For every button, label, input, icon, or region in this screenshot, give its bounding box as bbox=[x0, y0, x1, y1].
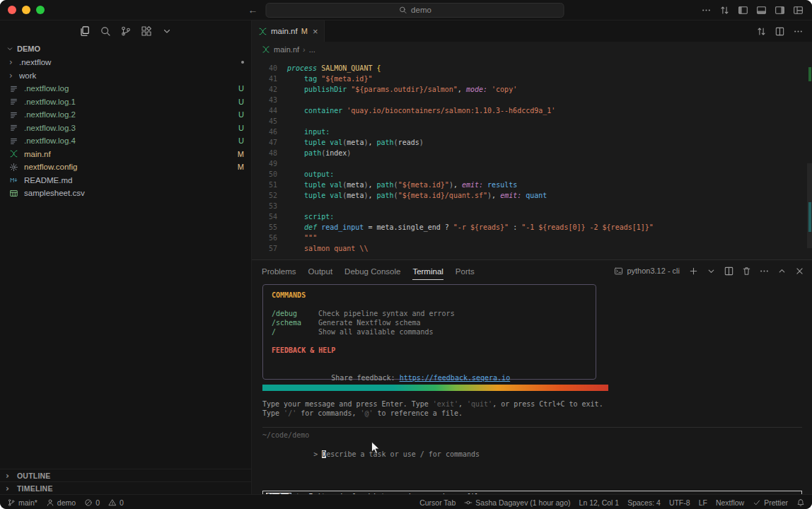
compare-icon[interactable] bbox=[756, 26, 767, 37]
file-label: main.nf bbox=[24, 150, 232, 158]
search-box[interactable]: demo bbox=[266, 3, 564, 18]
code-line: 54 script: bbox=[252, 211, 812, 222]
status-encoding[interactable]: UTF-8 bbox=[669, 498, 690, 507]
panel-tab-problems[interactable]: Problems bbox=[262, 262, 296, 280]
panel-right-icon[interactable] bbox=[775, 5, 785, 16]
status-eol[interactable]: LF bbox=[699, 498, 707, 507]
line-number: 55 bbox=[252, 222, 287, 233]
file-item[interactable]: .nextflow.log.4U bbox=[0, 134, 251, 148]
text-segment: Type your message and press Enter. Type bbox=[262, 400, 433, 408]
branch-icon bbox=[7, 498, 16, 507]
split-icon[interactable] bbox=[775, 26, 785, 37]
layout-icon[interactable] bbox=[793, 5, 804, 16]
panel-left-icon[interactable] bbox=[738, 5, 748, 16]
breadcrumb[interactable]: main.nf › ... bbox=[252, 42, 812, 57]
status-label: Ln 12, Col 1 bbox=[579, 498, 620, 507]
command-name[interactable]: /debug bbox=[272, 309, 318, 318]
command-desc: Show all available commands bbox=[318, 328, 434, 336]
folder-item[interactable]: ›work bbox=[0, 69, 251, 83]
code-token: val bbox=[330, 139, 342, 146]
terminal-instance[interactable]: python3.12 - cli bbox=[614, 267, 680, 276]
editor-group: main.nf M × main.nf › ... 40process SALM… bbox=[252, 21, 812, 494]
status-language-mode[interactable]: Nextflow bbox=[716, 498, 744, 507]
code-line: 40process SALMON_QUANT { bbox=[252, 63, 812, 74]
file-item[interactable]: main.nfM bbox=[0, 148, 251, 161]
status-git-blame[interactable]: Sasha Dagayev (1 hour ago) bbox=[464, 498, 570, 507]
zoom-window-button[interactable] bbox=[36, 6, 45, 14]
titlebar: ← demo bbox=[0, 0, 812, 21]
status-formatter[interactable]: Prettier bbox=[753, 498, 788, 507]
chevron-down-icon[interactable] bbox=[161, 25, 173, 37]
file-item[interactable]: .nextflow.log.1U bbox=[0, 95, 251, 109]
status-git-branch[interactable]: main* bbox=[7, 498, 37, 507]
scrollbar-thumb[interactable] bbox=[807, 163, 812, 248]
command-name[interactable]: / bbox=[272, 327, 318, 337]
search-value: demo bbox=[411, 6, 431, 14]
more-icon[interactable] bbox=[793, 26, 804, 37]
status-errors[interactable]: 0 bbox=[84, 498, 100, 507]
panel-bottom-icon[interactable] bbox=[756, 5, 767, 16]
close-tab-icon[interactable]: × bbox=[313, 26, 318, 37]
terminal-prompt[interactable]: >Describe a task or use / for commands bbox=[262, 440, 802, 468]
terminal-content[interactable]: COMMANDS /debugCheck pipeline syntax and… bbox=[252, 281, 812, 494]
code-token: script: bbox=[304, 213, 334, 221]
code-token: reads bbox=[398, 139, 419, 146]
code-editor[interactable]: 40process SALMON_QUANT {41 tag "${meta.i… bbox=[252, 57, 812, 259]
code-token: val bbox=[330, 192, 342, 199]
plus-icon[interactable] bbox=[688, 266, 699, 276]
status-profile[interactable]: demo bbox=[46, 498, 76, 507]
close-window-button[interactable] bbox=[8, 6, 16, 14]
status-cursor-position[interactable]: Ln 12, Col 1 bbox=[579, 498, 620, 507]
line-number: 41 bbox=[252, 74, 287, 84]
scm-icon[interactable] bbox=[120, 25, 132, 37]
folder-item[interactable]: ›.nextflow bbox=[0, 56, 251, 69]
extensions-icon[interactable] bbox=[141, 25, 152, 37]
minimize-window-button[interactable] bbox=[22, 6, 30, 14]
log-icon bbox=[9, 136, 18, 146]
line-number: 48 bbox=[252, 148, 287, 158]
code-token bbox=[287, 107, 304, 115]
more-icon[interactable] bbox=[701, 5, 712, 16]
more-icon[interactable] bbox=[759, 266, 770, 276]
panel-tab-output[interactable]: Output bbox=[308, 262, 333, 280]
back-icon[interactable]: ← bbox=[248, 5, 258, 15]
overview-ruler-mark bbox=[808, 67, 811, 81]
status-cursor-tab[interactable]: Cursor Tab bbox=[419, 498, 456, 507]
trash-icon[interactable] bbox=[741, 266, 752, 276]
close-icon[interactable] bbox=[794, 266, 805, 276]
split-icon[interactable] bbox=[724, 266, 734, 276]
section-outline[interactable]: ›OUTLINE bbox=[0, 469, 251, 481]
search-icon[interactable] bbox=[100, 25, 111, 37]
status-warnings[interactable]: 0 bbox=[108, 498, 124, 507]
tab-main-nf[interactable]: main.nf M × bbox=[252, 21, 325, 42]
breadcrumb-file[interactable]: main.nf bbox=[274, 45, 299, 54]
file-item[interactable]: README.md bbox=[0, 174, 251, 187]
panel-tab-ports[interactable]: Ports bbox=[456, 262, 475, 280]
file-item[interactable]: .nextflow.log.3U bbox=[0, 122, 251, 135]
chevron-down-icon[interactable] bbox=[706, 266, 717, 276]
panel-tab-terminal[interactable]: Terminal bbox=[412, 262, 443, 280]
explorer-section-header[interactable]: DEMO bbox=[0, 42, 251, 56]
explorer-icon[interactable] bbox=[79, 25, 91, 37]
panel-tab-debug-console[interactable]: Debug Console bbox=[344, 262, 400, 280]
code-token: process bbox=[287, 64, 317, 72]
command-name[interactable]: /schema bbox=[272, 318, 318, 327]
file-item[interactable]: nextflow.configM bbox=[0, 160, 251, 174]
file-item[interactable]: .nextflow.logU bbox=[0, 82, 251, 95]
section-timeline[interactable]: ›TIMELINE bbox=[0, 481, 251, 494]
feedback-link[interactable]: https://feedback.seqera.io bbox=[400, 374, 511, 382]
status-notifications[interactable] bbox=[796, 498, 805, 507]
git-status-badge: U bbox=[238, 136, 244, 145]
text-segment: '@' bbox=[360, 409, 373, 417]
status-indentation[interactable]: Spaces: 4 bbox=[627, 498, 661, 507]
file-item[interactable]: samplesheet.csv bbox=[0, 187, 251, 200]
file-item[interactable]: .nextflow.log.2U bbox=[0, 108, 251, 122]
breadcrumb-more[interactable]: ... bbox=[309, 45, 315, 54]
sync-icon[interactable] bbox=[719, 5, 730, 16]
code-token bbox=[287, 128, 304, 136]
section-label: DEMO bbox=[17, 45, 40, 53]
status-bar: main*demo00 Cursor TabSasha Dagayev (1 h… bbox=[0, 494, 812, 509]
key-chip: Ctrl+C bbox=[266, 493, 291, 494]
chevron-up-icon[interactable] bbox=[777, 266, 787, 276]
code-token: index bbox=[325, 149, 347, 157]
